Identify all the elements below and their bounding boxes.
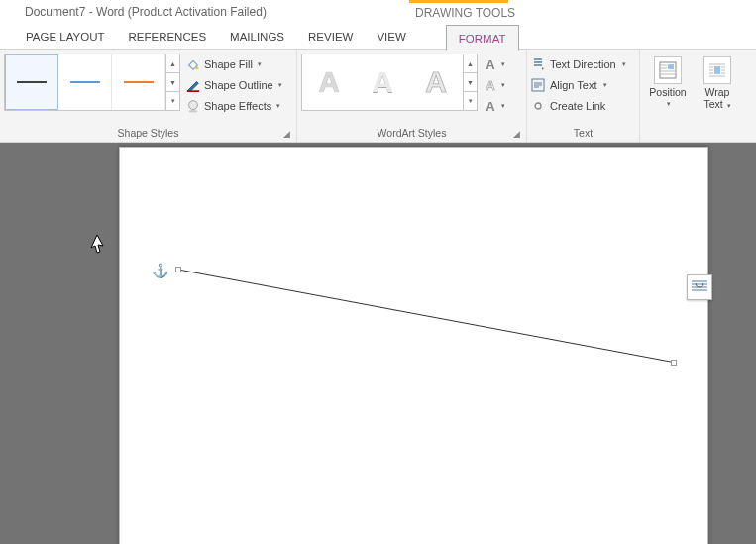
tab-mailings[interactable]: MAILINGS <box>218 24 296 50</box>
line-handle-start[interactable] <box>175 267 181 272</box>
wrap-text-icon <box>703 56 731 84</box>
title-bar: Document7 - Word (Product Activation Fai… <box>0 0 756 24</box>
wrap-text-button[interactable]: WrapText ▾ <box>694 54 741 112</box>
shape-style-1[interactable] <box>5 54 58 110</box>
drawn-line-shape[interactable] <box>175 267 681 366</box>
wordart-style-2[interactable]: A <box>356 54 409 110</box>
cursor-icon <box>89 234 105 254</box>
dialog-launcher-shape-styles[interactable]: ◢ <box>283 129 293 139</box>
svg-rect-1 <box>187 90 199 92</box>
line-handle-end[interactable] <box>671 360 677 366</box>
bucket-icon <box>186 57 200 71</box>
text-outline-button[interactable]: A▾ <box>484 76 505 94</box>
shape-style-2[interactable] <box>58 54 112 110</box>
contextual-tab-highlight <box>409 0 508 3</box>
group-label-wordart: WordArt Styles <box>301 125 522 142</box>
shape-fill-button[interactable]: Shape Fill▾ <box>186 55 282 73</box>
text-effects-icon: A <box>484 99 497 114</box>
group-shape-styles: ▲ ▼ ▾ Shape Fill▾ Shape Outline▾ Shape E… <box>0 50 297 142</box>
page[interactable]: ⚓ <box>119 147 708 544</box>
shape-outline-button[interactable]: Shape Outline▾ <box>186 76 282 94</box>
tab-references[interactable]: REFERENCES <box>116 24 218 50</box>
shape-style-3[interactable] <box>112 54 165 110</box>
wa-gallery-down[interactable]: ▼ <box>464 73 477 92</box>
layout-options-icon <box>691 279 708 295</box>
dialog-launcher-wordart[interactable]: ◢ <box>513 129 523 139</box>
svg-point-3 <box>189 110 198 113</box>
window-title: Document7 - Word (Product Activation Fai… <box>25 5 267 19</box>
wordart-style-3[interactable]: A <box>409 54 463 110</box>
ribbon-tabs: PAGE LAYOUT REFERENCES MAILINGS REVIEW V… <box>0 24 756 50</box>
position-icon <box>654 56 682 84</box>
text-fill-button[interactable]: A▾ <box>484 55 505 73</box>
svg-rect-6 <box>668 64 674 69</box>
tab-review[interactable]: REVIEW <box>296 24 365 50</box>
wa-gallery-up[interactable]: ▲ <box>464 54 477 73</box>
effects-icon <box>186 99 200 113</box>
caret-icon: ▾ <box>278 81 282 89</box>
group-label-text: Text <box>531 125 635 142</box>
wa-gallery-more[interactable]: ▾ <box>464 92 477 110</box>
gallery-more[interactable]: ▾ <box>166 92 179 110</box>
svg-rect-0 <box>196 67 199 70</box>
svg-line-8 <box>178 270 676 363</box>
caret-icon: ▾ <box>276 102 280 110</box>
pen-icon <box>186 78 200 92</box>
anchor-icon: ⚓ <box>152 263 168 278</box>
wordart-gallery[interactable]: A A A ▲ ▼ ▾ <box>301 54 478 111</box>
gallery-scroll-down[interactable]: ▼ <box>166 73 179 92</box>
link-icon <box>531 99 545 113</box>
tab-page-layout[interactable]: PAGE LAYOUT <box>14 24 116 50</box>
shape-style-gallery[interactable]: ▲ ▼ ▾ <box>4 54 180 111</box>
align-text-icon <box>531 78 545 92</box>
create-link-button[interactable]: Create Link <box>531 97 626 115</box>
shape-effects-button[interactable]: Shape Effects▾ <box>186 97 282 115</box>
text-direction-button[interactable]: Text Direction▾ <box>531 55 626 73</box>
ribbon: ▲ ▼ ▾ Shape Fill▾ Shape Outline▾ Shape E… <box>0 50 756 143</box>
position-button[interactable]: Position ▾ <box>644 54 692 108</box>
gallery-scroll-up[interactable]: ▲ <box>166 54 179 73</box>
text-fill-icon: A <box>484 57 497 72</box>
contextual-tab-label: DRAWING TOOLS <box>415 6 515 20</box>
svg-point-2 <box>189 101 198 110</box>
group-wordart-styles: A A A ▲ ▼ ▾ A▾ A▾ A▾ WordArt Styles ◢ <box>297 50 527 142</box>
document-area[interactable]: ⚓ <box>0 143 756 544</box>
caret-icon: ▾ <box>258 60 262 68</box>
layout-options-button[interactable] <box>687 274 712 300</box>
tab-view[interactable]: VIEW <box>365 24 417 50</box>
align-text-button[interactable]: Align Text▾ <box>531 76 626 94</box>
svg-rect-7 <box>714 66 720 74</box>
tab-format[interactable]: FORMAT <box>446 25 519 51</box>
text-direction-icon <box>531 57 545 71</box>
group-text: Text Direction▾ Align Text▾ Create Link … <box>527 50 640 142</box>
group-label-shape-styles: Shape Styles <box>4 125 292 142</box>
group-arrange: Position ▾ WrapText ▾ <box>640 50 749 142</box>
text-effects-button[interactable]: A▾ <box>484 97 505 115</box>
text-outline-icon: A <box>484 78 497 93</box>
wordart-style-1[interactable]: A <box>302 54 356 110</box>
